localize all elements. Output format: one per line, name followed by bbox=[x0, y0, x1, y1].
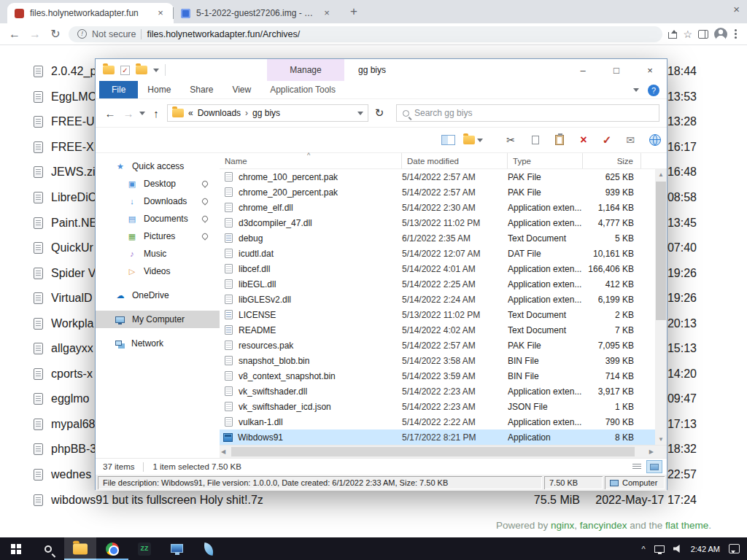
table-row[interactable]: Wibdows91 5/17/2022 8:21 PM Application … bbox=[220, 429, 655, 445]
list-view-toggle[interactable] bbox=[629, 460, 645, 473]
sidebar-item[interactable]: My Computer bbox=[96, 311, 220, 328]
horizontal-scrollbar[interactable]: ◀ ▶ bbox=[220, 445, 667, 458]
profile-avatar[interactable] bbox=[714, 28, 727, 41]
fancyindex-link[interactable]: fancyindex bbox=[580, 520, 627, 531]
share-icon[interactable] bbox=[668, 32, 677, 39]
sidebar-item[interactable]: ★ Quick access bbox=[96, 158, 220, 175]
browser-window-close-icon[interactable]: × bbox=[733, 3, 740, 15]
table-row[interactable]: icudtl.dat 5/14/2022 12:07 AM DAT File 1… bbox=[220, 246, 655, 261]
table-row[interactable]: resources.pak 5/14/2022 2:57 AM PAK File… bbox=[220, 338, 655, 353]
thumbnail-view-toggle[interactable] bbox=[646, 460, 662, 473]
qat-new-folder-icon[interactable] bbox=[136, 66, 147, 74]
taskbar-vm-app-button[interactable] bbox=[160, 537, 193, 560]
ribbon-collapse-chevron-icon[interactable] bbox=[633, 88, 639, 95]
explorer-up-icon[interactable]: ↑ bbox=[149, 107, 163, 120]
explorer-search-input[interactable]: Search gg biys bbox=[396, 104, 659, 122]
start-button[interactable] bbox=[0, 537, 32, 560]
table-row[interactable]: libEGL.dll 5/14/2022 2:25 AM Application… bbox=[220, 276, 655, 292]
address-bar[interactable]: ! Not secure files.holynetworkadapter.fu… bbox=[69, 26, 662, 42]
table-row[interactable]: vk_swiftshader_icd.json 5/14/2022 2:23 A… bbox=[220, 399, 655, 414]
taskbar-search-button[interactable] bbox=[32, 537, 64, 560]
qat-folder-icon[interactable] bbox=[103, 66, 115, 74]
ribbon-tab[interactable]: Home bbox=[138, 81, 180, 98]
sidebar-item[interactable]: ▷ Videos bbox=[96, 262, 220, 280]
column-header-name[interactable]: Name bbox=[220, 153, 402, 168]
clock[interactable]: 2:42 AM bbox=[691, 545, 720, 553]
table-row[interactable]: libGLESv2.dll 5/14/2022 2:24 AM Applicat… bbox=[220, 292, 655, 307]
scroll-right-icon[interactable]: ▶ bbox=[649, 448, 654, 455]
qat-customize-chevron-icon[interactable] bbox=[153, 69, 159, 75]
network-icon[interactable] bbox=[654, 545, 665, 553]
column-header-size[interactable]: Size bbox=[583, 153, 641, 168]
manage-contextual-tab[interactable]: Manage bbox=[267, 59, 344, 81]
bookmark-star-icon[interactable]: ☆ bbox=[683, 28, 692, 40]
ribbon-tab[interactable]: Application Tools bbox=[260, 81, 345, 98]
delete-button[interactable]: × bbox=[574, 132, 593, 148]
table-row[interactable]: snapshot_blob.bin 5/14/2022 3:58 AM BIN … bbox=[220, 353, 655, 368]
paste-button[interactable] bbox=[550, 132, 569, 148]
new-tab-button[interactable]: + bbox=[344, 2, 363, 21]
horizontal-scroll-thumb[interactable] bbox=[231, 447, 635, 456]
maximize-icon[interactable]: □ bbox=[600, 59, 633, 81]
action-center-icon[interactable] bbox=[729, 544, 740, 553]
explorer-refresh-icon[interactable]: ↻ bbox=[372, 106, 387, 120]
table-row[interactable]: chrome_200_percent.pak 5/14/2022 2:57 AM… bbox=[220, 184, 655, 200]
column-header-date[interactable]: Date modified bbox=[402, 153, 508, 168]
taskbar-explorer-button[interactable] bbox=[64, 537, 96, 560]
table-row[interactable]: LICENSE 5/13/2022 11:02 PM Text Document… bbox=[220, 307, 655, 322]
tab-close-icon[interactable]: × bbox=[321, 7, 333, 19]
breadcrumb-item-downloads[interactable]: Downloads bbox=[198, 108, 241, 118]
confirm-button[interactable]: ✓ bbox=[597, 132, 616, 148]
browser-back-icon[interactable]: ← bbox=[7, 28, 22, 41]
file-name-link[interactable]: wibdows91 but its fullscreen Holy shit!.… bbox=[51, 494, 500, 507]
sidebar-item[interactable]: ▦ Pictures bbox=[96, 228, 220, 245]
browser-tab[interactable]: files.holynetworkadapter.fun × bbox=[7, 3, 174, 23]
table-row[interactable]: chrome_100_percent.pak 5/14/2022 2:57 AM… bbox=[220, 169, 655, 184]
history-chevron-icon[interactable] bbox=[139, 112, 145, 118]
nginx-link[interactable]: nginx bbox=[551, 520, 574, 531]
browser-refresh-icon[interactable]: ↻ bbox=[48, 27, 63, 41]
table-row[interactable]: README 5/14/2022 4:02 AM Text Document 7… bbox=[220, 322, 655, 338]
explorer-titlebar[interactable]: ✓ Manage gg biys – □ × bbox=[96, 59, 667, 81]
ribbon-tab[interactable]: View bbox=[222, 81, 260, 98]
tab-close-icon[interactable]: × bbox=[155, 7, 166, 19]
hidden-icons-chevron-icon[interactable]: ^ bbox=[641, 545, 645, 553]
sidebar-item[interactable]: ☁ OneDrive bbox=[96, 287, 220, 304]
table-row[interactable]: d3dcompiler_47.dll 5/13/2022 11:02 PM Ap… bbox=[220, 215, 655, 230]
taskbar-feather-app-button[interactable] bbox=[193, 537, 225, 560]
list-item[interactable]: wibdows91 but its fullscreen Holy shit!.… bbox=[0, 487, 747, 513]
minimize-icon[interactable]: – bbox=[566, 59, 600, 81]
table-row[interactable]: vk_swiftshader.dll 5/14/2022 2:23 AM App… bbox=[220, 384, 655, 399]
sidebar-item[interactable]: ▣ Desktop bbox=[96, 175, 220, 192]
flat-theme-link[interactable]: flat theme bbox=[665, 520, 708, 531]
table-row[interactable]: debug 6/1/2022 2:35 AM Text Document 5 K… bbox=[220, 230, 655, 246]
mail-button[interactable]: ✉ bbox=[621, 132, 640, 148]
breadcrumb-item-current[interactable]: gg biys bbox=[252, 108, 280, 118]
scroll-down-icon[interactable]: ▼ bbox=[655, 434, 667, 445]
scroll-left-icon[interactable]: ◀ bbox=[221, 448, 225, 455]
browser-menu-icon[interactable] bbox=[735, 29, 737, 31]
address-dropdown-chevron-icon[interactable] bbox=[357, 112, 363, 118]
browser-tab[interactable]: 5-1-2022-guest27206.img - Virt × bbox=[174, 3, 340, 23]
column-header-type[interactable]: Type bbox=[508, 153, 583, 168]
explorer-back-icon[interactable]: ← bbox=[103, 107, 117, 120]
table-row[interactable]: libcef.dll 5/14/2022 4:01 AM Application… bbox=[220, 261, 655, 276]
table-row[interactable]: vulkan-1.dll 5/14/2022 2:22 AM Applicati… bbox=[220, 414, 655, 429]
taskbar-browser-button[interactable] bbox=[96, 537, 128, 560]
explorer-address-bar[interactable]: « Downloads › gg biys bbox=[167, 104, 368, 122]
sidebar-item[interactable]: ▤ Documents bbox=[96, 210, 220, 228]
new-folder-button[interactable] bbox=[460, 132, 485, 148]
qat-properties-icon[interactable]: ✓ bbox=[120, 66, 130, 75]
vertical-scrollbar[interactable]: ▲ ▼ bbox=[655, 169, 667, 445]
copy-button[interactable] bbox=[526, 132, 545, 148]
side-panel-icon[interactable] bbox=[698, 30, 708, 39]
ribbon-tab[interactable]: File bbox=[99, 81, 138, 98]
vertical-scroll-thumb[interactable] bbox=[656, 182, 666, 320]
table-row[interactable]: v8_context_snapshot.bin 5/14/2022 3:59 A… bbox=[220, 368, 655, 384]
scroll-up-icon[interactable]: ▲ bbox=[655, 169, 667, 180]
internet-button[interactable] bbox=[646, 132, 665, 148]
url-text[interactable]: files.holynetworkadapter.fun/Archives/ bbox=[147, 29, 300, 39]
sidebar-item[interactable]: ♪ Music bbox=[96, 245, 220, 262]
close-icon[interactable]: × bbox=[633, 59, 667, 81]
cut-button[interactable]: ✂ bbox=[501, 132, 520, 148]
